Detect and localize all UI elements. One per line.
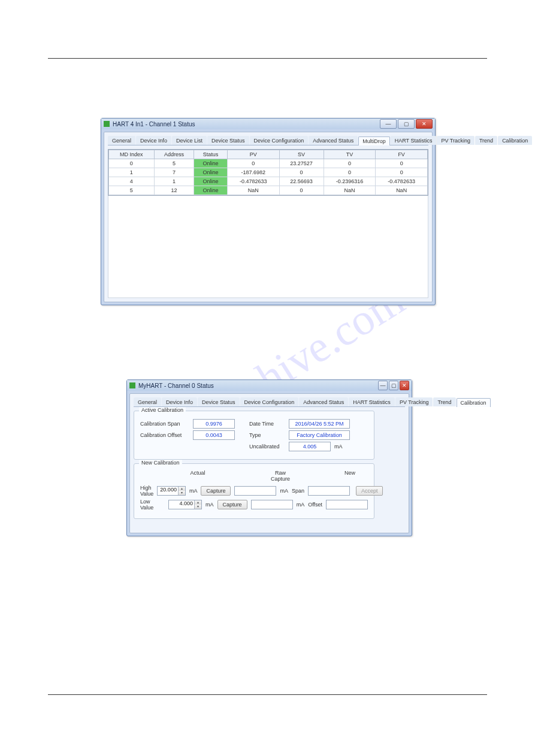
spinner-up-icon[interactable]: ▴: [194, 500, 201, 505]
spinner-up-icon[interactable]: ▴: [178, 487, 185, 491]
tab-device-configuration[interactable]: Device Configuration: [250, 136, 309, 145]
cell-sv: 0: [279, 186, 324, 195]
tab-general[interactable]: General: [108, 136, 135, 145]
window-title: MyHART - Channel 0 Status: [138, 382, 378, 389]
unit-ma: mA: [189, 488, 198, 494]
close-button[interactable]: ✕: [400, 381, 409, 390]
input-low-raw[interactable]: [251, 500, 293, 509]
tab-device-status[interactable]: Device Status: [207, 136, 249, 145]
input-high-raw[interactable]: [234, 486, 276, 496]
tab-hart-statistics[interactable]: HART Statistics: [349, 397, 395, 406]
value-uncalibrated: 4.005: [289, 442, 331, 451]
cell-status: Online: [194, 177, 228, 186]
value-new-span: [308, 486, 350, 496]
tab-trend[interactable]: Trend: [475, 136, 497, 145]
app-icon: [129, 382, 135, 388]
value-type: Factory Calibration: [289, 430, 350, 440]
cell-pv: -0.4782633: [227, 177, 279, 186]
tab-trend[interactable]: Trend: [433, 397, 455, 406]
cell-sv: 22.56693: [279, 177, 324, 186]
tab-device-info[interactable]: Device Info: [136, 136, 171, 145]
label-cal-span: Calibration Span: [140, 421, 189, 427]
tab-device-configuration[interactable]: Device Configuration: [240, 397, 299, 406]
cell-addr: 1: [154, 177, 194, 186]
table-row[interactable]: 41Online-0.478263322.56693-0.2396316-0.4…: [109, 177, 428, 186]
tab-hart-statistics[interactable]: HART Statistics: [391, 136, 437, 145]
column-header[interactable]: FV: [376, 150, 428, 159]
column-header[interactable]: TV: [324, 150, 376, 159]
accept-button[interactable]: Accept: [356, 486, 383, 496]
cell-pv: -187.6982: [227, 168, 279, 177]
cell-idx: 4: [109, 177, 155, 186]
capture-low-button[interactable]: Capture: [217, 500, 247, 509]
maximize-button[interactable]: ▢: [389, 381, 398, 390]
tab-strip: GeneralDevice InfoDevice ListDevice Stat…: [108, 136, 428, 145]
column-header[interactable]: Address: [154, 150, 194, 159]
spinner-down-icon[interactable]: ▾: [178, 491, 185, 495]
close-button[interactable]: ✕: [416, 119, 433, 129]
colhead-actual: Actual: [179, 470, 217, 476]
colhead-new: New: [338, 470, 362, 476]
minimize-button[interactable]: —: [380, 119, 397, 129]
cell-status: Online: [194, 186, 228, 195]
column-header[interactable]: Status: [194, 150, 228, 159]
table-row[interactable]: 17Online-187.6982000: [109, 168, 428, 177]
cell-pv: 0: [227, 159, 279, 168]
tab-device-list[interactable]: Device List: [172, 136, 207, 145]
maximize-button[interactable]: ▢: [398, 119, 415, 129]
input-high-actual[interactable]: 20.000▴▾: [157, 486, 186, 496]
cell-idx: 0: [109, 159, 155, 168]
table-row[interactable]: 05Online023.2752700: [109, 159, 428, 168]
tab-calibration[interactable]: Calibration: [457, 398, 491, 407]
new-calibration-group: New Calibration Actual Raw Capture New H…: [134, 463, 374, 519]
tab-multidrop[interactable]: MultiDrop: [358, 136, 390, 145]
tab-advanced-status[interactable]: Advanced Status: [309, 136, 358, 145]
unit-ma: mA: [297, 502, 305, 508]
cell-tv: -0.2396316: [324, 177, 376, 186]
window-calibration: MyHART - Channel 0 Status — ▢ ✕ GeneralD…: [126, 379, 412, 536]
unit-ma: mA: [280, 488, 288, 494]
column-header[interactable]: SV: [279, 150, 324, 159]
cell-pv: NaN: [227, 186, 279, 195]
tab-general[interactable]: General: [134, 397, 161, 406]
cell-sv: 0: [279, 168, 324, 177]
cell-addr: 12: [154, 186, 194, 195]
tab-pv-tracking[interactable]: PV Tracking: [395, 397, 433, 406]
tab-device-info[interactable]: Device Info: [162, 397, 197, 406]
window-title: HART 4 In1 - Channel 1 Status: [113, 121, 380, 127]
app-icon: [104, 121, 110, 127]
value-cal-offset: 0.0043: [193, 430, 235, 440]
table-empty-area: [108, 196, 428, 298]
cell-addr: 5: [154, 159, 194, 168]
cell-fv: NaN: [376, 186, 428, 195]
label-type: Type: [249, 432, 285, 438]
value-cal-span: 0.9976: [193, 419, 235, 429]
label-high-value: High Value: [140, 485, 153, 497]
cell-status: Online: [194, 159, 228, 168]
spinner-down-icon[interactable]: ▾: [194, 505, 201, 509]
window-multidrop: HART 4 In1 - Channel 1 Status — ▢ ✕ Gene…: [101, 118, 436, 305]
tab-pv-tracking[interactable]: PV Tracking: [437, 136, 474, 145]
tab-advanced-status[interactable]: Advanced Status: [299, 397, 348, 406]
value-new-offset: [326, 500, 368, 509]
active-calibration-group: Active Calibration Calibration Span 0.99…: [134, 411, 374, 460]
tab-device-status[interactable]: Device Status: [198, 397, 240, 406]
minimize-button[interactable]: —: [378, 381, 388, 390]
multidrop-table: MD IndexAddressStatusPVSVTVFV05Online023…: [108, 149, 428, 196]
table-row[interactable]: 512OnlineNaN0NaNNaN: [109, 186, 428, 195]
column-header[interactable]: MD Index: [109, 150, 155, 159]
input-low-actual[interactable]: 4.000▴▾: [168, 500, 202, 509]
cell-fv: 0: [376, 168, 428, 177]
cell-tv: 0: [324, 159, 376, 168]
titlebar[interactable]: MyHART - Channel 0 Status — ▢ ✕: [127, 380, 412, 391]
cell-tv: 0: [324, 168, 376, 177]
cell-status: Online: [194, 168, 228, 177]
group-title: Active Calibration: [139, 407, 186, 413]
column-header[interactable]: PV: [227, 150, 279, 159]
capture-high-button[interactable]: Capture: [201, 486, 231, 496]
value-datetime: 2016/04/26 5:52 PM: [289, 419, 350, 429]
label-low-value: Low Value: [140, 499, 165, 511]
titlebar[interactable]: HART 4 In1 - Channel 1 Status — ▢ ✕: [101, 119, 435, 129]
cell-tv: NaN: [324, 186, 376, 195]
tab-calibration[interactable]: Calibration: [498, 136, 532, 145]
